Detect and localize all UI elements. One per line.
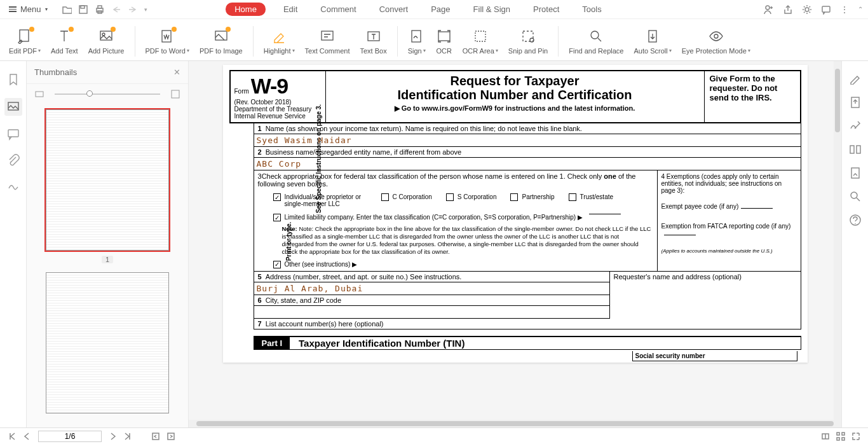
svg-rect-38 <box>842 438 844 440</box>
tab-edit[interactable]: Edit <box>278 2 302 17</box>
eye-protection-button[interactable]: Eye Protection Mode▾ <box>677 28 756 55</box>
signature-panel-icon[interactable] <box>6 178 20 192</box>
tab-page[interactable]: Page <box>426 2 455 17</box>
search-tool-icon[interactable] <box>849 190 861 202</box>
tab-home[interactable]: Home <box>226 3 266 16</box>
quick-access-toolbar: ▾ <box>62 4 147 15</box>
svg-rect-18 <box>523 31 533 41</box>
fit-width-icon[interactable] <box>34 89 44 99</box>
bookmark-icon[interactable] <box>6 73 20 87</box>
ocr-button[interactable]: OCR <box>431 28 458 55</box>
menu-button[interactable]: Menu ▾ <box>5 3 51 15</box>
help-icon[interactable] <box>849 214 861 226</box>
prev-page-icon[interactable] <box>23 432 32 441</box>
comment-panel-icon[interactable] <box>6 127 20 141</box>
text-box-button[interactable]: Text Box <box>355 28 391 55</box>
name-field[interactable]: Syed Wasim Haidar <box>254 134 801 147</box>
highlight-icon <box>271 29 287 44</box>
tab-tools[interactable]: Tools <box>577 2 606 17</box>
business-name-field[interactable]: ABC Corp <box>254 158 801 170</box>
top-bar: Menu ▾ ▾ Home Edit Comment Convert Page … <box>0 0 868 19</box>
read-mode-icon[interactable] <box>821 432 830 441</box>
edit-pdf-button[interactable]: Edit PDF▾ <box>4 28 46 55</box>
grid-view-icon[interactable] <box>836 432 845 441</box>
split-icon[interactable] <box>849 143 861 155</box>
add-text-button[interactable]: Add Text <box>46 28 83 55</box>
find-replace-button[interactable]: Find and Replace <box>564 28 628 55</box>
svg-point-6 <box>805 8 809 11</box>
tab-comment[interactable]: Comment <box>315 2 361 17</box>
snip-button[interactable]: Snip and Pin <box>503 28 553 55</box>
chevron-down-icon: ▾ <box>45 6 48 12</box>
eye-icon <box>709 29 724 44</box>
thumbnail-zoom-slider[interactable] <box>51 94 164 95</box>
tab-fill-sign[interactable]: Fill & Sign <box>468 2 516 17</box>
undo-icon[interactable] <box>111 4 121 15</box>
add-user-icon[interactable] <box>764 4 774 15</box>
checkbox-trust[interactable]: Trust/estate <box>569 193 613 201</box>
vertical-scrollbar[interactable] <box>834 61 841 420</box>
fullscreen-icon[interactable] <box>851 432 860 441</box>
topbar-right: ⋮ ⌃ <box>764 4 863 15</box>
share-icon[interactable] <box>783 4 793 15</box>
first-page-icon[interactable] <box>8 432 17 441</box>
forward-nav-icon[interactable] <box>166 432 175 441</box>
form-title: Request for TaxpayerIdentification Numbe… <box>330 74 700 102</box>
address-field[interactable]: Burj Al Arab, Dubai <box>254 282 609 295</box>
text-comment-button[interactable]: Text Comment <box>300 28 355 55</box>
tab-protect[interactable]: Protect <box>528 2 564 17</box>
close-icon[interactable]: ✕ <box>173 67 180 77</box>
city-field[interactable] <box>254 306 609 319</box>
save-icon[interactable] <box>78 4 88 15</box>
thumbnails-title: Thumbnails <box>34 67 77 77</box>
chat-icon[interactable] <box>821 4 831 15</box>
document-scroll[interactable]: Form W-9 (Rev. October 2018) Department … <box>189 61 841 427</box>
edit-tool-icon[interactable] <box>849 73 861 85</box>
settings-icon[interactable] <box>802 4 812 15</box>
checkbox-other[interactable]: ✓Other (see instructions) ▶ <box>273 261 358 268</box>
dropdown-icon[interactable]: ▾ <box>144 6 147 13</box>
form-number: W-9 <box>251 74 288 98</box>
ribbon: Edit PDF▾ Add Text Add Picture PDF to Wo… <box>0 19 868 61</box>
more-icon[interactable]: ⋮ <box>840 4 849 15</box>
ocr-area-button[interactable]: OCR Area▾ <box>458 28 503 55</box>
collapse-icon[interactable]: ⌃ <box>858 6 863 13</box>
svg-rect-33 <box>153 433 159 440</box>
next-page-icon[interactable] <box>108 432 117 441</box>
thumbnail-page-2[interactable] <box>46 272 169 413</box>
open-icon[interactable] <box>62 4 72 15</box>
hamburger-icon <box>9 6 17 12</box>
thumbnail-page-1[interactable] <box>46 109 169 251</box>
pdf-to-image-button[interactable]: PDF to Image <box>194 28 248 55</box>
document-area: Form W-9 (Rev. October 2018) Department … <box>189 61 841 427</box>
page-tool-icon[interactable] <box>849 167 861 179</box>
back-nav-icon[interactable] <box>151 432 160 441</box>
attachment-icon[interactable] <box>6 153 20 167</box>
add-picture-button[interactable]: Add Picture <box>83 28 130 55</box>
auto-scroll-icon <box>645 29 660 44</box>
sign-tool-icon[interactable] <box>849 120 861 132</box>
page-number-input[interactable] <box>38 431 102 442</box>
pdf-to-word-button[interactable]: PDF to Word▾ <box>140 28 194 55</box>
main-tabs: Home Edit Comment Convert Page Fill & Si… <box>226 2 606 17</box>
svg-rect-25 <box>36 92 43 97</box>
export-icon[interactable] <box>849 96 861 108</box>
last-page-icon[interactable] <box>123 432 132 441</box>
tab-convert[interactable]: Convert <box>374 2 414 17</box>
horizontal-scrollbar[interactable] <box>189 420 841 427</box>
highlight-button[interactable]: Highlight▾ <box>259 28 300 55</box>
print-icon[interactable] <box>95 4 105 15</box>
svg-rect-16 <box>438 32 450 41</box>
checkbox-ccorp[interactable]: C Corporation <box>381 193 432 201</box>
checkbox-llc[interactable]: ✓Limited liability company. Enter the ta… <box>273 214 621 221</box>
fit-page-icon[interactable] <box>170 89 180 99</box>
checkbox-partnership[interactable]: Partnership <box>510 193 554 201</box>
thumbnails-icon[interactable] <box>4 98 22 116</box>
auto-scroll-button[interactable]: Auto Scroll▾ <box>628 28 676 55</box>
svg-rect-24 <box>8 130 18 137</box>
thumbnail-number: 1 <box>102 256 113 263</box>
checkbox-individual[interactable]: ✓Individual/sole proprietor or single-me… <box>273 193 367 207</box>
sign-button[interactable]: Sign▾ <box>403 28 431 55</box>
redo-icon[interactable] <box>128 4 138 15</box>
checkbox-scorp[interactable]: S Corporation <box>446 193 497 201</box>
